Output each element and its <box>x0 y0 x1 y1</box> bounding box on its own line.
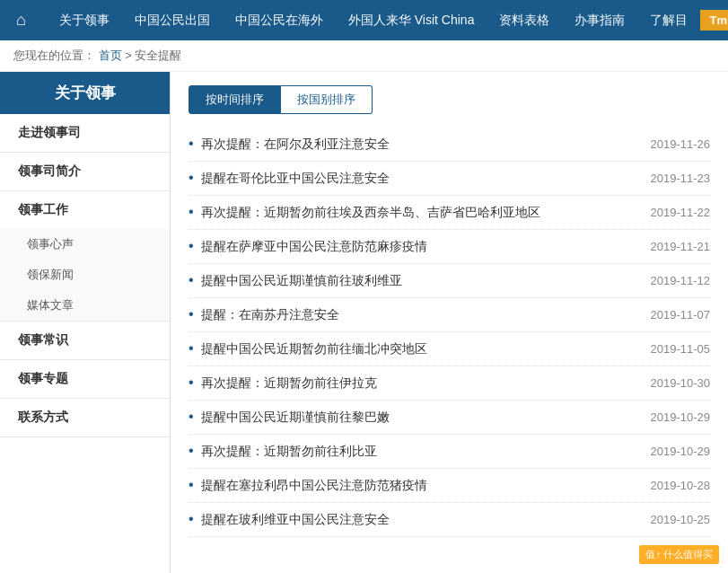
sort-buttons: 按时间排序按国别排序 <box>189 85 710 114</box>
breadcrumb-current: 安全提醒 <box>135 48 181 62</box>
bullet-icon: • <box>189 375 194 391</box>
sidebar-sublink-2-0[interactable]: 领事心声 <box>0 229 170 260</box>
news-title-7[interactable]: 再次提醒：近期暂勿前往伊拉克 <box>201 375 637 392</box>
news-list-item: •再次提醒：近期暂勿前往埃及西奈半岛、吉萨省巴哈利亚地区2019-11-22 <box>189 196 710 230</box>
sidebar-item-0: 走进领事司 <box>0 114 170 153</box>
sidebar-link-2[interactable]: 领事工作 <box>0 191 170 229</box>
sort-button-1[interactable]: 按国别排序 <box>281 85 373 114</box>
news-date-2: 2019-11-22 <box>651 206 711 219</box>
sidebar-link-1[interactable]: 领事司简介 <box>0 153 170 190</box>
bullet-icon: • <box>189 409 194 425</box>
nav-link-0[interactable]: 关于领事 <box>47 0 122 40</box>
content-area: 按时间排序按国别排序 •再次提醒：在阿尔及利亚注意安全2019-11-26•提醒… <box>171 72 728 573</box>
nav-link-3[interactable]: 外国人来华 Visit China <box>336 0 487 40</box>
nav-link-6[interactable]: 了解目 <box>637 0 700 40</box>
news-title-6[interactable]: 提醒中国公民近期暂勿前往缅北冲突地区 <box>201 341 637 357</box>
bullet-icon: • <box>189 340 194 357</box>
news-date-4: 2019-11-12 <box>651 274 711 287</box>
nav-item-4: 资料表格 <box>487 0 562 40</box>
breadcrumb-prefix: 您现在的位置： <box>13 48 95 62</box>
top-navigation: ⌂ 关于领事中国公民出国中国公民在海外外国人来华 Visit China资料表格… <box>0 0 728 40</box>
nav-item-6: 了解目 <box>637 0 700 40</box>
home-icon[interactable]: ⌂ <box>9 2 33 39</box>
news-date-7: 2019-10-30 <box>651 376 711 390</box>
news-title-10[interactable]: 提醒在塞拉利昂中国公民注意防范猪疫情 <box>201 478 637 494</box>
bullet-icon: • <box>189 204 194 220</box>
sidebar-subitem-2-0: 领事心声 <box>0 229 170 260</box>
news-list-item: •再次提醒：近期暂勿前往利比亚2019-10-29 <box>189 435 710 469</box>
news-title-8[interactable]: 提醒中国公民近期谨慎前往黎巴嫩 <box>201 410 637 426</box>
news-list-item: •再次提醒：在阿尔及利亚注意安全2019-11-26 <box>189 128 710 162</box>
sidebar-subitem-2-1: 领保新闻 <box>0 260 170 290</box>
news-list-item: •提醒在塞拉利昂中国公民注意防范猪疫情2019-10-28 <box>189 469 710 503</box>
bullet-icon: • <box>189 511 194 527</box>
sidebar-sublink-2-2[interactable]: 媒体文章 <box>0 290 170 321</box>
bullet-icon: • <box>189 306 194 322</box>
news-title-5[interactable]: 提醒：在南苏丹注意安全 <box>201 307 637 323</box>
news-date-6: 2019-11-05 <box>651 342 711 356</box>
nav-item-0: 关于领事 <box>47 0 122 40</box>
nav-link-2[interactable]: 中国公民在海外 <box>223 0 336 40</box>
sidebar: 关于领事 走进领事司领事司简介领事工作领事心声领保新闻媒体文章领事常识领事专题联… <box>0 72 171 573</box>
sidebar-item-3: 领事常识 <box>0 322 170 360</box>
sidebar-title: 关于领事 <box>0 72 170 114</box>
news-list-item: •再次提醒：近期暂勿前往伊拉克2019-10-30 <box>189 366 710 401</box>
sidebar-subitem-2-2: 媒体文章 <box>0 290 170 321</box>
news-title-9[interactable]: 再次提醒：近期暂勿前往利比亚 <box>201 444 637 460</box>
bullet-icon: • <box>189 238 194 254</box>
news-date-5: 2019-11-07 <box>651 308 711 322</box>
news-list-item: •提醒在哥伦比亚中国公民注意安全2019-11-23 <box>189 162 710 196</box>
sidebar-sublink-2-1[interactable]: 领保新闻 <box>0 260 170 290</box>
sidebar-submenu-2: 领事心声领保新闻媒体文章 <box>0 229 170 321</box>
breadcrumb-separator: > <box>125 48 135 62</box>
nav-link-4[interactable]: 资料表格 <box>487 0 562 40</box>
bullet-icon: • <box>189 272 194 288</box>
news-list-item: •提醒在萨摩亚中国公民注意防范麻疹疫情2019-11-21 <box>189 230 710 264</box>
news-title-4[interactable]: 提醒中国公民近期谨慎前往玻利维亚 <box>201 273 637 289</box>
sidebar-item-5: 联系方式 <box>0 399 170 437</box>
nav-link-5[interactable]: 办事指南 <box>562 0 637 40</box>
news-date-9: 2019-10-29 <box>651 445 711 458</box>
news-list-item: •提醒：在南苏丹注意安全2019-11-07 <box>189 298 710 332</box>
main-layout: 关于领事 走进领事司领事司简介领事工作领事心声领保新闻媒体文章领事常识领事专题联… <box>0 72 728 573</box>
bullet-icon: • <box>189 477 194 493</box>
bullet-icon: • <box>189 136 194 152</box>
news-title-0[interactable]: 再次提醒：在阿尔及利亚注意安全 <box>201 137 637 153</box>
breadcrumb-home[interactable]: 首页 <box>99 48 122 62</box>
news-date-10: 2019-10-28 <box>651 479 711 492</box>
sidebar-item-2: 领事工作领事心声领保新闻媒体文章 <box>0 191 170 322</box>
news-list-item: •提醒中国公民近期谨慎前往玻利维亚2019-11-12 <box>189 264 710 298</box>
bullet-icon: • <box>189 170 194 186</box>
sidebar-link-4[interactable]: 领事专题 <box>0 360 170 398</box>
news-list-item: •提醒中国公民近期暂勿前往缅北冲突地区2019-11-05 <box>189 332 710 366</box>
nav-item-2: 中国公民在海外 <box>223 0 336 40</box>
news-list: •再次提醒：在阿尔及利亚注意安全2019-11-26•提醒在哥伦比亚中国公民注意… <box>189 128 710 537</box>
news-title-3[interactable]: 提醒在萨摩亚中国公民注意防范麻疹疫情 <box>201 239 637 255</box>
news-date-8: 2019-10-29 <box>651 410 711 424</box>
news-title-2[interactable]: 再次提醒：近期暂勿前往埃及西奈半岛、吉萨省巴哈利亚地区 <box>201 205 637 221</box>
news-list-item: •提醒在玻利维亚中国公民注意安全2019-10-25 <box>189 503 710 537</box>
news-title-11[interactable]: 提醒在玻利维亚中国公民注意安全 <box>201 512 637 528</box>
news-list-item: •提醒中国公民近期谨慎前往黎巴嫩2019-10-29 <box>189 401 710 435</box>
sidebar-item-1: 领事司简介 <box>0 153 170 191</box>
news-date-0: 2019-11-26 <box>651 137 711 151</box>
sidebar-menu: 走进领事司领事司简介领事工作领事心声领保新闻媒体文章领事常识领事专题联系方式 <box>0 114 170 437</box>
sort-button-0[interactable]: 按时间排序 <box>189 85 281 114</box>
sidebar-link-5[interactable]: 联系方式 <box>0 399 170 436</box>
nav-link-1[interactable]: 中国公民出国 <box>122 0 223 40</box>
news-title-1[interactable]: 提醒在哥伦比亚中国公民注意安全 <box>201 171 637 187</box>
sidebar-link-0[interactable]: 走进领事司 <box>0 114 170 152</box>
nav-menu: 关于领事中国公民出国中国公民在海外外国人来华 Visit China资料表格办事… <box>47 0 701 40</box>
nav-item-1: 中国公民出国 <box>122 0 223 40</box>
news-date-1: 2019-11-23 <box>651 172 711 185</box>
watermark: 值↑ 什么值得买 <box>639 545 719 564</box>
nav-right-badge: TmE <box>700 10 728 31</box>
sidebar-link-3[interactable]: 领事常识 <box>0 322 170 359</box>
news-date-3: 2019-11-21 <box>651 240 711 253</box>
nav-item-5: 办事指南 <box>562 0 637 40</box>
bullet-icon: • <box>189 443 194 459</box>
sidebar-item-4: 领事专题 <box>0 360 170 399</box>
nav-item-3: 外国人来华 Visit China <box>336 0 487 40</box>
breadcrumb: 您现在的位置： 首页 > 安全提醒 <box>0 40 728 72</box>
news-date-11: 2019-10-25 <box>651 513 711 526</box>
